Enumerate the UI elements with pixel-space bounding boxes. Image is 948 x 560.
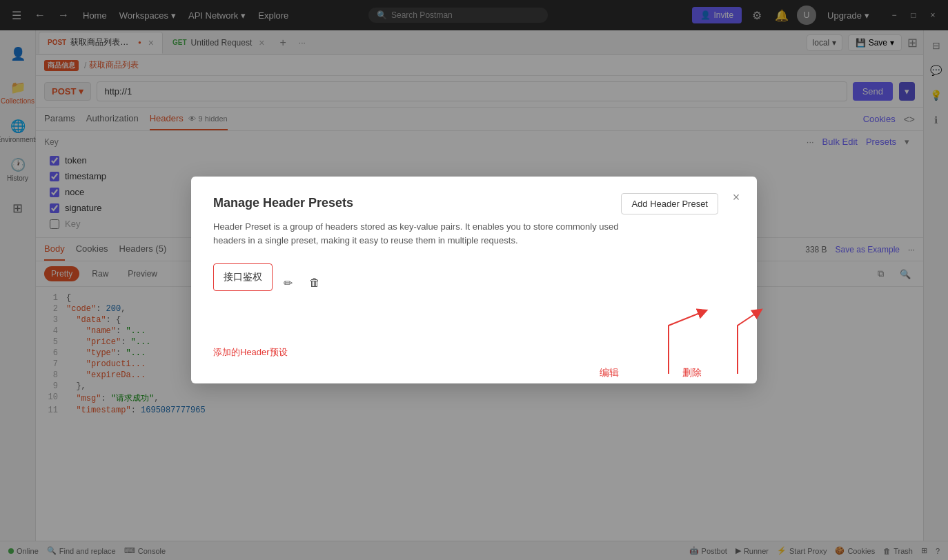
modal-desc: Header Preset is a group of headers stor…: [213, 220, 627, 247]
preset-name: 接口鉴权: [224, 271, 262, 283]
delete-label: 删除: [682, 367, 702, 379]
annotations: 编辑 删除: [213, 305, 735, 388]
delete-arrow-svg: [682, 305, 820, 381]
modal-close-button[interactable]: ×: [727, 188, 746, 207]
preset-row: 接口鉴权 ✏ 🗑: [213, 263, 735, 302]
delete-preset-button[interactable]: 🗑: [309, 277, 320, 289]
modal-overlay[interactable]: Manage Header Presets Header Preset is a…: [0, 0, 948, 560]
preset-action-buttons: ✏ 🗑: [284, 277, 320, 290]
preset-item: 接口鉴权: [213, 263, 273, 291]
manage-header-presets-modal: Manage Header Presets Header Preset is a…: [191, 177, 757, 383]
edit-preset-button[interactable]: ✏: [284, 277, 293, 290]
edit-label: 编辑: [600, 367, 619, 379]
modal-body: 接口鉴权 ✏ 🗑 编辑: [213, 263, 735, 364]
add-header-preset-button[interactable]: Add Header Preset: [621, 193, 718, 214]
